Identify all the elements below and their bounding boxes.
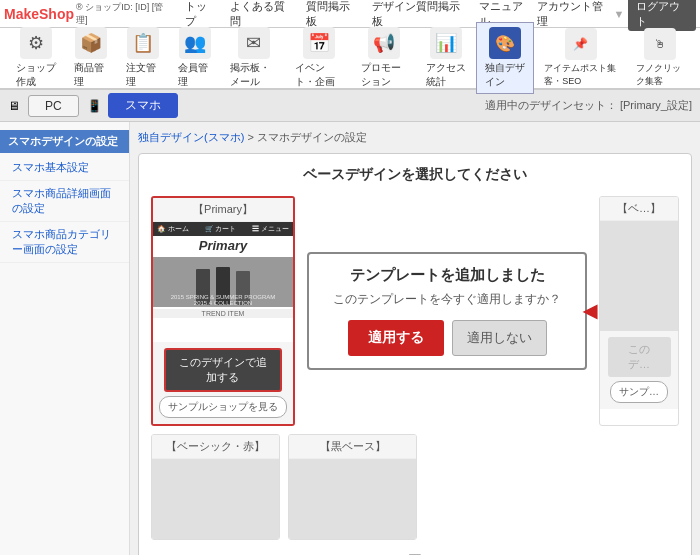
btn-apply[interactable]: 適用する	[348, 320, 444, 356]
nav-promotion[interactable]: 📢 プロモーション	[353, 23, 416, 93]
event-icon: 📅	[303, 27, 335, 59]
preview-logo: Primary	[153, 236, 293, 255]
nav-event[interactable]: 📅 イベント・企画	[287, 23, 350, 93]
btn-add-partial-design[interactable]: このデ…	[608, 337, 671, 377]
breadcrumb: 独自デザイン(スマホ) > スマホデザインの設定	[138, 130, 692, 145]
custom-design-icon: 🎨	[489, 27, 521, 59]
template-primary-name: 【Primary】	[153, 198, 293, 222]
nav-access-stats[interactable]: 📊 アクセス統計	[418, 23, 474, 93]
template-partial-preview	[600, 221, 678, 331]
sidebar-item-basic-settings[interactable]: スマホ基本設定	[0, 155, 129, 181]
nav-bulletin-mail[interactable]: ✉ 掲示板・メール	[222, 23, 285, 93]
preview-banner: 2015 SPRING & SUMMER PROGRAM2015.4 COLLE…	[153, 257, 293, 307]
preview-banner-text: 2015 SPRING & SUMMER PROGRAM2015.4 COLLE…	[153, 294, 293, 306]
breadcrumb-link-design[interactable]: 独自デザイン(スマホ)	[138, 131, 244, 143]
sidebar-item-product-detail[interactable]: スマホ商品詳細画面の設定	[0, 181, 129, 222]
bulletin-mail-icon: ✉	[238, 27, 270, 59]
preview-header: 🏠 ホーム 🛒 カート ☰ メニュー	[153, 222, 293, 236]
notification-subtitle: このテンプレートを今すぐ適用しますか？	[321, 291, 573, 308]
item-post-icon: 📌	[565, 28, 597, 60]
nav-custom-design[interactable]: 🎨 独自デザイン	[476, 22, 534, 94]
down-arrow-icon: ▼	[151, 548, 679, 555]
btn-not-apply[interactable]: 適用しない	[452, 320, 547, 356]
template-black-base-preview	[289, 459, 416, 539]
template-row-2-spacer	[425, 434, 679, 540]
template-basic-red-preview	[152, 459, 279, 539]
preview-menu: ☰ メニュー	[252, 224, 289, 234]
smartphone-toggle-button[interactable]: スマホ	[108, 93, 178, 118]
click-customer-icon: 🖱	[644, 28, 676, 60]
notification-title: テンプレートを追加しました	[321, 266, 573, 285]
template-partial-actions: このデ… サンプ…	[600, 331, 678, 409]
design-set-info: 適用中のデザインセット： [Primary_設定]	[485, 98, 692, 113]
monitor-icon: 🖥	[8, 99, 20, 113]
template-black-base-name: 【黒ベース】	[289, 435, 416, 459]
template-row-2: 【ベーシック・赤】 【黒ベース】	[151, 434, 679, 540]
smartphone-icon: 📱	[87, 99, 102, 113]
nav-order-management[interactable]: 📋 注文管理	[118, 23, 168, 93]
template-basic-red: 【ベーシック・赤】	[151, 434, 280, 540]
template-primary-actions: このデザインで追加する サンプルショップを見る	[153, 342, 293, 424]
arrow-right-icon: ◀	[583, 300, 597, 322]
panel-title: ベースデザインを選択してください	[151, 166, 679, 184]
template-primary: 【Primary】 🏠 ホーム 🛒 カート ☰ メニュー Primary	[151, 196, 295, 426]
preview-section-title: TREND ITEM	[153, 309, 293, 318]
order-management-icon: 📋	[127, 27, 159, 59]
preview-cart: 🛒 カート	[205, 224, 237, 234]
design-panel: ベースデザインを選択してください 【Primary】 🏠 ホーム 🛒 カート ☰…	[138, 153, 692, 555]
sidebar-header: スマホデザインの設定	[0, 130, 129, 153]
template-partial-name: 【ベ…】	[600, 197, 678, 221]
access-stats-icon: 📊	[430, 27, 462, 59]
notification-box: テンプレートを追加しました このテンプレートを今すぐ適用しますか？ 適用する 適…	[307, 252, 587, 370]
notification-buttons: 適用する 適用しない	[321, 320, 573, 356]
nav-click-customer[interactable]: 🖱 フノクリック集客	[628, 24, 692, 92]
nav-product-management[interactable]: 📦 商品管理	[66, 23, 116, 93]
view-toggle-bar: 🖥 PC 📱 スマホ 適用中のデザインセット： [Primary_設定]	[0, 90, 700, 122]
template-row-1: 【Primary】 🏠 ホーム 🛒 カート ☰ メニュー Primary	[151, 196, 679, 426]
nav-member-management[interactable]: 👥 会員管理	[170, 23, 220, 93]
preview-home: 🏠 ホーム	[157, 224, 189, 234]
shop-create-icon: ⚙	[20, 27, 52, 59]
nav-shop-create[interactable]: ⚙ ショップ作成	[8, 23, 64, 93]
sidebar-item-product-category[interactable]: スマホ商品カテゴリー画面の設定	[0, 222, 129, 263]
template-partial: 【ベ…】 このデ… サンプ…	[599, 196, 679, 426]
nav-item-post[interactable]: 📌 アイテムポスト集客・SEO	[536, 24, 625, 92]
promotion-icon: 📢	[368, 27, 400, 59]
template-basic-red-name: 【ベーシック・赤】	[152, 435, 279, 459]
pc-toggle-button[interactable]: PC	[28, 95, 79, 117]
btn-primary-sample[interactable]: サンプルショップを見る	[159, 396, 287, 418]
template-black-base: 【黒ベース】	[288, 434, 417, 540]
btn-partial-sample[interactable]: サンプ…	[610, 381, 668, 403]
icon-navigation: ⚙ ショップ作成 📦 商品管理 📋 注文管理 👥 会員管理 ✉ 掲示板・メール …	[0, 28, 700, 90]
btn-add-primary-design[interactable]: このデザインで追加する	[164, 348, 283, 392]
content-area: 独自デザイン(スマホ) > スマホデザインの設定 ベースデザインを選択してくださ…	[130, 122, 700, 555]
primary-preview-content: 🏠 ホーム 🛒 カート ☰ メニュー Primary	[153, 222, 293, 342]
sidebar: スマホデザインの設定 スマホ基本設定 スマホ商品詳細画面の設定 スマホ商品カテゴ…	[0, 122, 130, 555]
product-management-icon: 📦	[75, 27, 107, 59]
template-primary-preview: 🏠 ホーム 🛒 カート ☰ メニュー Primary	[153, 222, 293, 342]
main-area: スマホデザインの設定 スマホ基本設定 スマホ商品詳細画面の設定 スマホ商品カテゴ…	[0, 122, 700, 555]
member-management-icon: 👥	[179, 27, 211, 59]
notification-area: テンプレートを追加しました このテンプレートを今すぐ適用しますか？ 適用する 適…	[303, 196, 591, 426]
